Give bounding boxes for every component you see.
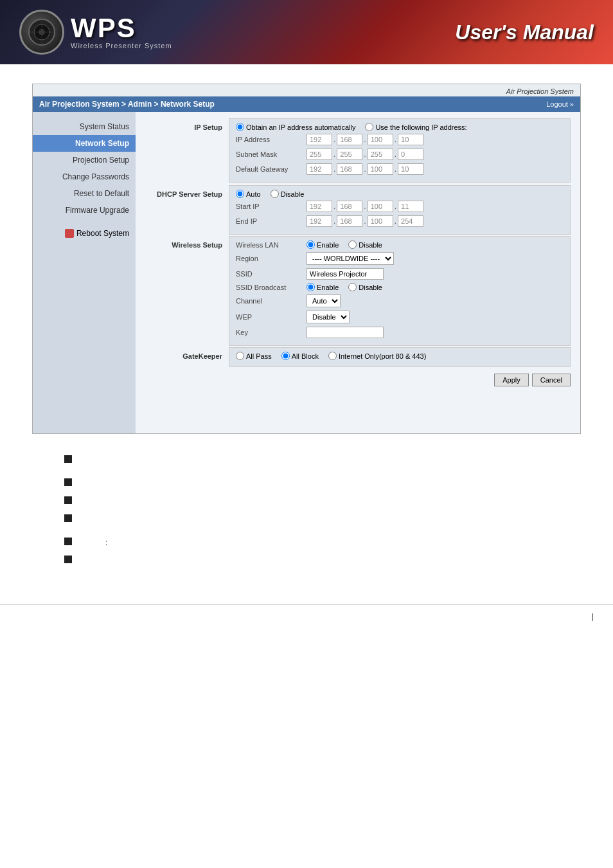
- sidebar-item-firmware-upgrade[interactable]: Firmware Upgrade: [33, 202, 136, 219]
- start-ip-4[interactable]: [398, 201, 423, 212]
- sidebar-item-network-setup[interactable]: Network Setup: [33, 135, 136, 152]
- ip-address-3[interactable]: [368, 134, 393, 145]
- apply-button[interactable]: Apply: [494, 374, 529, 386]
- channel-select[interactable]: Auto: [306, 294, 341, 307]
- reboot-label: Reboot System: [76, 229, 129, 238]
- bullet-text-5: :: [80, 536, 107, 550]
- logout-link[interactable]: Logout »: [546, 100, 574, 108]
- content-area: Air Projection System Air Projection Sys…: [0, 64, 613, 592]
- wireless-label: Wireless Setup: [145, 236, 229, 346]
- ssid-input[interactable]: [306, 268, 384, 280]
- sidebar-item-projection-setup[interactable]: Projection Setup: [33, 152, 136, 168]
- radio-manual-text: Use the following IP address:: [375, 123, 466, 131]
- ssid-enable-label[interactable]: Enable: [306, 283, 339, 291]
- bullet-text-6: [80, 554, 82, 568]
- dhcp-label: DHCP Server Setup: [145, 185, 229, 235]
- ip-address-row: IP Address . . .: [236, 134, 564, 145]
- end-ip-3[interactable]: [368, 215, 393, 227]
- gateway-label: Default Gateway: [236, 165, 306, 173]
- dhcp-auto-label[interactable]: Auto: [236, 190, 261, 198]
- lan-disable-label[interactable]: Disable: [348, 240, 382, 249]
- key-input[interactable]: [306, 327, 384, 338]
- bullet-text-1: [80, 453, 82, 467]
- start-ip-3[interactable]: [368, 201, 393, 212]
- gk-allblock-text: All Block: [292, 352, 319, 360]
- lan-enable-text: Enable: [317, 241, 339, 249]
- lan-enable-radio[interactable]: [306, 240, 315, 249]
- bullet-2: [64, 476, 549, 491]
- main-form: IP Setup Obtain an IP address automatica…: [136, 112, 580, 433]
- start-ip-row: Start IP . . .: [236, 201, 564, 212]
- radio-manual-label[interactable]: Use the following IP address:: [365, 123, 466, 131]
- subnet-4[interactable]: [398, 149, 423, 160]
- gateway-2[interactable]: [337, 163, 362, 175]
- cancel-button[interactable]: Cancel: [532, 374, 571, 386]
- start-ip-2[interactable]: [337, 201, 362, 212]
- dhcp-auto-radio[interactable]: [236, 190, 244, 198]
- gateway-4[interactable]: [398, 163, 423, 175]
- dhcp-disable-label[interactable]: Disable: [271, 190, 305, 198]
- bullet-text-3: [80, 494, 82, 509]
- ssid-enable-text: Enable: [317, 284, 339, 291]
- ip-address-4[interactable]: [398, 134, 423, 145]
- bullet-icon-1: [64, 455, 72, 463]
- start-ip-inputs: . . .: [306, 201, 423, 212]
- ssid-label: SSID: [236, 270, 306, 278]
- page-header: WPS Wireless Presenter System User's Man…: [0, 0, 613, 64]
- end-ip-4[interactable]: [398, 215, 423, 227]
- sidebar-item-system-status[interactable]: System Status: [33, 118, 136, 135]
- dhcp-disable-radio[interactable]: [271, 190, 279, 198]
- lan-enable-label[interactable]: Enable: [306, 240, 339, 249]
- gk-allblock-radio[interactable]: [281, 352, 290, 360]
- gk-internet-label[interactable]: Internet Only(port 80 & 443): [328, 352, 426, 360]
- bullet-text-2: [80, 476, 82, 491]
- subnet-3[interactable]: [368, 149, 393, 160]
- dhcp-auto-text: Auto: [246, 190, 261, 198]
- gk-allpass-label[interactable]: All Pass: [236, 352, 272, 360]
- end-ip-row: End IP . . .: [236, 215, 564, 227]
- ip-radio-row: Obtain an IP address automatically Use t…: [236, 123, 564, 131]
- ssid-disable-radio[interactable]: [348, 283, 357, 291]
- region-select[interactable]: ---- WORLDWIDE ----: [306, 252, 394, 265]
- subnet-label: Subnet Mask: [236, 150, 306, 158]
- sidebar-item-reset-default[interactable]: Reset to Default: [33, 185, 136, 202]
- gateway-1[interactable]: [306, 163, 332, 175]
- end-ip-1[interactable]: [306, 215, 332, 227]
- gk-internet-radio[interactable]: [328, 352, 337, 360]
- sidebar-item-reboot[interactable]: Reboot System: [33, 225, 136, 242]
- ssid-broadcast-row: SSID Broadcast Enable Disable: [236, 283, 564, 291]
- end-ip-2[interactable]: [337, 215, 362, 227]
- wep-label: WEP: [236, 313, 306, 321]
- channel-row: Channel Auto: [236, 294, 564, 307]
- page-title: User's Manual: [455, 21, 594, 44]
- wireless-lan-label: Wireless LAN: [236, 241, 306, 249]
- wireless-lan-row: Wireless LAN Enable Disable: [236, 240, 564, 249]
- radio-manual[interactable]: [365, 123, 373, 131]
- ip-setup-section: IP Setup Obtain an IP address automatica…: [145, 118, 571, 183]
- sidebar-item-change-passwords[interactable]: Change Passwords: [33, 168, 136, 185]
- gateway-3[interactable]: [368, 163, 393, 175]
- ssid-disable-label[interactable]: Disable: [348, 283, 382, 291]
- ssid-row: SSID: [236, 268, 564, 280]
- ip-address-2[interactable]: [337, 134, 362, 145]
- dhcp-radio-row: Auto Disable: [236, 190, 564, 198]
- gk-allpass-radio[interactable]: [236, 352, 244, 360]
- subnet-1[interactable]: [306, 149, 332, 160]
- wireless-lan-radios: Enable Disable: [306, 240, 382, 249]
- start-ip-1[interactable]: [306, 201, 332, 212]
- wep-select[interactable]: Disable: [306, 311, 350, 323]
- radio-auto-label[interactable]: Obtain an IP address automatically: [236, 123, 355, 131]
- gk-allblock-label[interactable]: All Block: [281, 352, 319, 360]
- bullet-icon-6: [64, 556, 72, 563]
- ssid-enable-radio[interactable]: [306, 283, 315, 291]
- ip-address-1[interactable]: [306, 134, 332, 145]
- radio-auto[interactable]: [236, 123, 244, 131]
- brand-subtitle: Wireless Presenter System: [71, 42, 172, 50]
- gateway-row: Default Gateway . . .: [236, 163, 564, 175]
- ip-address-label: IP Address: [236, 136, 306, 143]
- lan-disable-radio[interactable]: [348, 240, 357, 249]
- subnet-2[interactable]: [337, 149, 362, 160]
- channel-label: Channel: [236, 297, 306, 305]
- sidebar: System Status Network Setup Projection S…: [33, 112, 136, 433]
- gatekeeper-body: All Pass All Block Internet Only(port 80…: [229, 347, 571, 367]
